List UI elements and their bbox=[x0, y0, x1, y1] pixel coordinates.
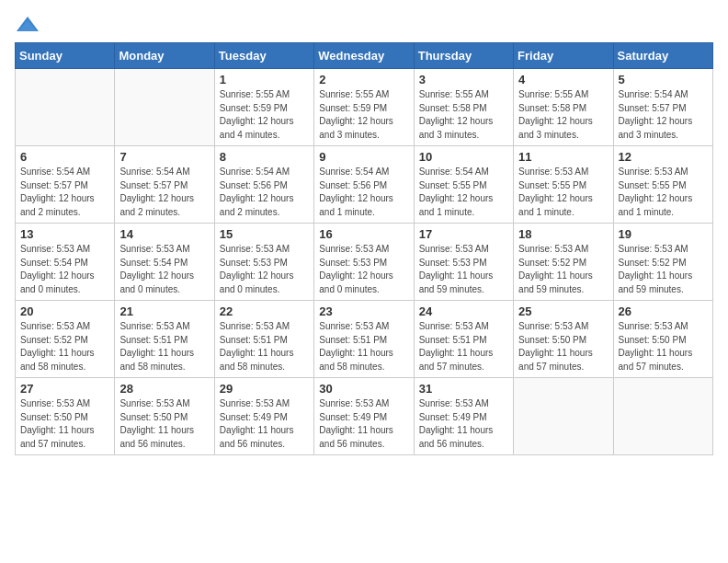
calendar-cell: 12Sunrise: 5:53 AM Sunset: 5:55 PM Dayli… bbox=[613, 146, 712, 224]
calendar-cell: 29Sunrise: 5:53 AM Sunset: 5:49 PM Dayli… bbox=[214, 378, 313, 455]
day-info: Sunrise: 5:54 AM Sunset: 5:57 PM Dayligh… bbox=[119, 166, 209, 219]
calendar-cell: 23Sunrise: 5:53 AM Sunset: 5:51 PM Dayli… bbox=[314, 301, 414, 378]
day-info: Sunrise: 5:53 AM Sunset: 5:52 PM Dayligh… bbox=[619, 243, 708, 296]
day-info: Sunrise: 5:54 AM Sunset: 5:56 PM Dayligh… bbox=[220, 166, 309, 219]
calendar-cell: 2Sunrise: 5:55 AM Sunset: 5:59 PM Daylig… bbox=[314, 69, 414, 146]
calendar-cell: 28Sunrise: 5:53 AM Sunset: 5:50 PM Dayli… bbox=[115, 378, 214, 455]
calendar-cell bbox=[514, 378, 613, 455]
calendar-week-row: 6Sunrise: 5:54 AM Sunset: 5:57 PM Daylig… bbox=[16, 146, 713, 224]
calendar-cell: 15Sunrise: 5:53 AM Sunset: 5:53 PM Dayli… bbox=[214, 224, 313, 301]
day-info: Sunrise: 5:55 AM Sunset: 5:58 PM Dayligh… bbox=[419, 88, 508, 142]
day-info: Sunrise: 5:53 AM Sunset: 5:53 PM Dayligh… bbox=[419, 243, 508, 296]
day-number: 27 bbox=[20, 382, 109, 396]
day-number: 2 bbox=[319, 73, 408, 86]
day-info: Sunrise: 5:53 AM Sunset: 5:51 PM Dayligh… bbox=[419, 320, 508, 373]
calendar-week-row: 20Sunrise: 5:53 AM Sunset: 5:52 PM Dayli… bbox=[16, 301, 713, 378]
calendar-cell bbox=[613, 378, 712, 455]
day-info: Sunrise: 5:55 AM Sunset: 5:59 PM Dayligh… bbox=[220, 88, 309, 142]
day-number: 15 bbox=[220, 227, 309, 241]
day-info: Sunrise: 5:53 AM Sunset: 5:55 PM Dayligh… bbox=[619, 166, 708, 219]
day-info: Sunrise: 5:53 AM Sunset: 5:51 PM Dayligh… bbox=[319, 320, 408, 373]
logo bbox=[15, 15, 44, 35]
day-number: 8 bbox=[220, 150, 309, 164]
calendar-cell: 18Sunrise: 5:53 AM Sunset: 5:52 PM Dayli… bbox=[514, 224, 613, 301]
day-number: 24 bbox=[419, 304, 508, 318]
day-number: 13 bbox=[20, 227, 109, 241]
day-info: Sunrise: 5:53 AM Sunset: 5:52 PM Dayligh… bbox=[518, 243, 608, 296]
calendar-cell: 8Sunrise: 5:54 AM Sunset: 5:56 PM Daylig… bbox=[214, 146, 313, 224]
day-number: 17 bbox=[419, 227, 508, 241]
calendar-table: SundayMondayTuesdayWednesdayThursdayFrid… bbox=[15, 42, 713, 455]
day-info: Sunrise: 5:53 AM Sunset: 5:52 PM Dayligh… bbox=[20, 320, 109, 373]
day-number: 14 bbox=[119, 227, 209, 241]
calendar-cell: 31Sunrise: 5:53 AM Sunset: 5:49 PM Dayli… bbox=[414, 378, 513, 455]
day-number: 29 bbox=[220, 382, 309, 396]
day-number: 20 bbox=[20, 304, 109, 318]
day-info: Sunrise: 5:53 AM Sunset: 5:51 PM Dayligh… bbox=[220, 320, 309, 373]
calendar-cell: 30Sunrise: 5:53 AM Sunset: 5:49 PM Dayli… bbox=[314, 378, 414, 455]
calendar-cell: 27Sunrise: 5:53 AM Sunset: 5:50 PM Dayli… bbox=[16, 378, 115, 455]
page-header bbox=[15, 15, 713, 35]
calendar-cell: 9Sunrise: 5:54 AM Sunset: 5:56 PM Daylig… bbox=[314, 146, 414, 224]
day-info: Sunrise: 5:53 AM Sunset: 5:49 PM Dayligh… bbox=[220, 397, 309, 451]
day-info: Sunrise: 5:53 AM Sunset: 5:50 PM Dayligh… bbox=[619, 320, 708, 373]
calendar-cell: 17Sunrise: 5:53 AM Sunset: 5:53 PM Dayli… bbox=[414, 224, 513, 301]
calendar-week-row: 1Sunrise: 5:55 AM Sunset: 5:59 PM Daylig… bbox=[16, 69, 713, 146]
weekday-header-wednesday: Wednesday bbox=[314, 43, 414, 69]
weekday-header-friday: Friday bbox=[514, 43, 613, 69]
day-info: Sunrise: 5:53 AM Sunset: 5:55 PM Dayligh… bbox=[518, 166, 608, 219]
calendar-week-row: 27Sunrise: 5:53 AM Sunset: 5:50 PM Dayli… bbox=[16, 378, 713, 455]
calendar-cell: 14Sunrise: 5:53 AM Sunset: 5:54 PM Dayli… bbox=[115, 224, 214, 301]
day-info: Sunrise: 5:53 AM Sunset: 5:49 PM Dayligh… bbox=[319, 397, 408, 451]
day-number: 12 bbox=[619, 150, 708, 164]
calendar-cell: 13Sunrise: 5:53 AM Sunset: 5:54 PM Dayli… bbox=[16, 224, 115, 301]
weekday-header-saturday: Saturday bbox=[613, 43, 712, 69]
day-number: 19 bbox=[619, 227, 708, 241]
calendar-cell bbox=[115, 69, 214, 146]
day-number: 7 bbox=[119, 150, 209, 164]
day-info: Sunrise: 5:55 AM Sunset: 5:59 PM Dayligh… bbox=[319, 88, 408, 142]
day-number: 23 bbox=[319, 304, 408, 318]
day-info: Sunrise: 5:54 AM Sunset: 5:55 PM Dayligh… bbox=[419, 166, 508, 219]
calendar-cell: 25Sunrise: 5:53 AM Sunset: 5:50 PM Dayli… bbox=[514, 301, 613, 378]
weekday-header-thursday: Thursday bbox=[414, 43, 513, 69]
day-number: 31 bbox=[419, 382, 508, 396]
weekday-header-row: SundayMondayTuesdayWednesdayThursdayFrid… bbox=[16, 43, 713, 69]
calendar-cell: 21Sunrise: 5:53 AM Sunset: 5:51 PM Dayli… bbox=[115, 301, 214, 378]
day-info: Sunrise: 5:53 AM Sunset: 5:53 PM Dayligh… bbox=[220, 243, 309, 296]
day-number: 22 bbox=[220, 304, 309, 318]
day-number: 9 bbox=[319, 150, 408, 164]
calendar-cell bbox=[16, 69, 115, 146]
day-info: Sunrise: 5:53 AM Sunset: 5:50 PM Dayligh… bbox=[119, 397, 209, 451]
day-info: Sunrise: 5:54 AM Sunset: 5:57 PM Dayligh… bbox=[619, 88, 708, 142]
calendar-cell: 1Sunrise: 5:55 AM Sunset: 5:59 PM Daylig… bbox=[214, 69, 313, 146]
day-number: 3 bbox=[419, 73, 508, 86]
day-number: 30 bbox=[319, 382, 408, 396]
logo-icon bbox=[15, 15, 40, 35]
calendar-cell: 10Sunrise: 5:54 AM Sunset: 5:55 PM Dayli… bbox=[414, 146, 513, 224]
day-number: 18 bbox=[518, 227, 608, 241]
day-info: Sunrise: 5:54 AM Sunset: 5:56 PM Dayligh… bbox=[319, 166, 408, 219]
calendar-cell: 5Sunrise: 5:54 AM Sunset: 5:57 PM Daylig… bbox=[613, 69, 712, 146]
weekday-header-tuesday: Tuesday bbox=[214, 43, 313, 69]
day-info: Sunrise: 5:53 AM Sunset: 5:49 PM Dayligh… bbox=[419, 397, 508, 451]
day-number: 4 bbox=[518, 73, 608, 86]
day-number: 10 bbox=[419, 150, 508, 164]
day-number: 28 bbox=[119, 382, 209, 396]
calendar-cell: 20Sunrise: 5:53 AM Sunset: 5:52 PM Dayli… bbox=[16, 301, 115, 378]
calendar-cell: 16Sunrise: 5:53 AM Sunset: 5:53 PM Dayli… bbox=[314, 224, 414, 301]
day-number: 5 bbox=[619, 73, 708, 86]
day-info: Sunrise: 5:55 AM Sunset: 5:58 PM Dayligh… bbox=[518, 88, 608, 142]
day-info: Sunrise: 5:53 AM Sunset: 5:54 PM Dayligh… bbox=[20, 243, 109, 296]
calendar-cell: 19Sunrise: 5:53 AM Sunset: 5:52 PM Dayli… bbox=[613, 224, 712, 301]
calendar-cell: 24Sunrise: 5:53 AM Sunset: 5:51 PM Dayli… bbox=[414, 301, 513, 378]
calendar-cell: 7Sunrise: 5:54 AM Sunset: 5:57 PM Daylig… bbox=[115, 146, 214, 224]
calendar-cell: 3Sunrise: 5:55 AM Sunset: 5:58 PM Daylig… bbox=[414, 69, 513, 146]
day-number: 16 bbox=[319, 227, 408, 241]
calendar-week-row: 13Sunrise: 5:53 AM Sunset: 5:54 PM Dayli… bbox=[16, 224, 713, 301]
weekday-header-sunday: Sunday bbox=[16, 43, 115, 69]
weekday-header-monday: Monday bbox=[115, 43, 214, 69]
day-number: 1 bbox=[220, 73, 309, 86]
day-number: 26 bbox=[619, 304, 708, 318]
calendar-cell: 4Sunrise: 5:55 AM Sunset: 5:58 PM Daylig… bbox=[514, 69, 613, 146]
